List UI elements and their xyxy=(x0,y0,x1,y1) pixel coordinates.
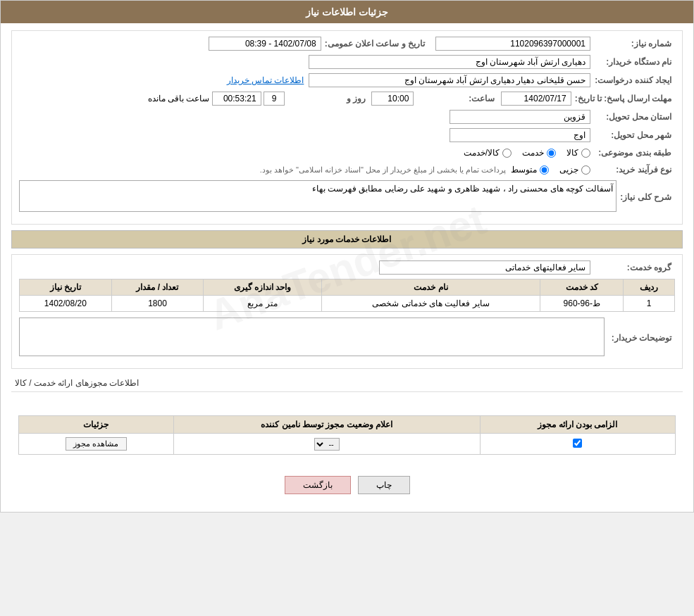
table-row: 1 ط-96-960 سایر فعالیت های خدماتی شخصی م… xyxy=(20,296,675,312)
response-time-label: ساعت: xyxy=(414,92,498,105)
purchase-type-note: پرداخت تمام یا بخشی از مبلغ خریدار از مح… xyxy=(260,165,507,175)
list-item: -- مشاهده مجوز xyxy=(19,434,676,455)
purchase-type-radio-motavasset[interactable] xyxy=(540,165,549,175)
main-content: AnaTender.net شماره نیاز: 11020963970000… xyxy=(1,23,693,512)
response-days-label: روز و xyxy=(285,92,369,105)
col-unit: واحد اندازه گیری xyxy=(204,279,321,296)
cell-code: ط-96-960 xyxy=(540,296,624,312)
category-radio-group: کالا خدمت کالا/خدمت xyxy=(464,148,590,158)
announce-date-label: تاریخ و ساعت اعلان عمومی: xyxy=(321,37,428,50)
purchase-type-radio-group: جزیی متوسط xyxy=(511,165,590,175)
category-label-kala: کالا xyxy=(566,148,578,158)
cell-permit-status: -- xyxy=(173,434,480,455)
creator-value: حسن قلیخانی دهیار دهیاری ارتش آباد شهرست… xyxy=(309,73,590,87)
print-button[interactable]: چاپ xyxy=(358,476,410,494)
footer-buttons: چاپ بازگشت xyxy=(11,465,683,505)
row-service-group: گروه خدمت: سایر فعالیتهای خدماتی xyxy=(19,260,675,275)
category-radio-kala[interactable] xyxy=(581,149,590,158)
row-creator: ایجاد کننده درخواست: حسن قلیخانی دهیار د… xyxy=(19,73,675,87)
cell-unit: متر مربع xyxy=(204,296,321,312)
services-table: ردیف کد خدمت نام خدمت واحد اندازه گیری ت… xyxy=(19,279,675,312)
purchase-type-option-jozi: جزیی xyxy=(559,165,590,175)
row-request-number: شماره نیاز: 1102096397000001 تاریخ و ساع… xyxy=(19,37,675,51)
row-response-deadline: مهلت ارسال پاسخ: تا تاریخ: 1402/07/17 سا… xyxy=(19,92,675,106)
row-city: شهر محل تحویل: اوج xyxy=(19,128,675,142)
buyer-notes-textarea[interactable] xyxy=(19,318,605,356)
response-remaining-label: ساعت باقی مانده xyxy=(148,94,210,103)
page-title: جزئیات اطلاعات نیاز xyxy=(1,1,693,23)
col-row: ردیف xyxy=(624,279,675,296)
service-group-label: گروه خدمت: xyxy=(590,261,675,274)
buyer-name-value: دهیاری ارتش آباد شهرستان اوج xyxy=(309,55,590,69)
service-group-value: سایر فعالیتهای خدماتی xyxy=(379,260,590,275)
col-permit-details: جزئیات xyxy=(19,416,174,434)
basic-info-section: شماره نیاز: 1102096397000001 تاریخ و ساع… xyxy=(11,30,683,225)
permit-required-checkbox[interactable] xyxy=(573,439,582,448)
row-purchase-type: نوع فرآیند خرید: جزیی متوسط پرداخت تمام … xyxy=(19,163,675,176)
row-buyer-name: نام دستگاه خریدار: دهیاری ارتش آباد شهرس… xyxy=(19,55,675,69)
show-permit-button[interactable]: مشاهده مجوز xyxy=(66,437,126,451)
col-permit-status: اعلام وضعیت مجوز توسط نامین کننده xyxy=(173,416,480,434)
row-province: استان محل تحویل: قزوین xyxy=(19,110,675,124)
province-label: استان محل تحویل: xyxy=(590,111,675,123)
purchase-type-radio-jozi[interactable] xyxy=(581,165,590,175)
row-description: شرح کلی نیاز: xyxy=(19,180,675,214)
permit-status-select[interactable]: -- xyxy=(314,438,340,451)
cell-date: 1402/08/20 xyxy=(20,296,112,312)
response-remaining: 00:53:21 xyxy=(212,92,261,106)
category-option-khedmat: خدمت xyxy=(522,148,556,158)
request-number-value: 1102096397000001 xyxy=(435,37,590,51)
purchase-type-option-motavasset: متوسط xyxy=(511,165,549,175)
request-number-label: شماره نیاز: xyxy=(590,37,675,50)
category-radio-kala-khedmat[interactable] xyxy=(502,149,512,158)
cell-permit-required xyxy=(480,434,675,455)
city-label: شهر محل تحویل: xyxy=(590,129,675,142)
col-service-code: کد خدمت xyxy=(540,279,624,296)
col-date: تاریخ نیاز xyxy=(20,279,112,296)
purchase-type-label-jozi: جزیی xyxy=(559,165,578,175)
cell-quantity: 1800 xyxy=(111,296,204,312)
contact-link[interactable]: اطلاعات تماس خریدار xyxy=(227,75,304,85)
col-quantity: تعداد / مقدار xyxy=(111,279,204,296)
description-label: شرح کلی نیاز: xyxy=(616,191,675,203)
row-category: طبقه بندی موضوعی: کالا خدمت کالا/خدمت xyxy=(19,146,675,159)
back-button[interactable]: بازگشت xyxy=(285,476,351,494)
purchase-type-label: نوع فرآیند خرید: xyxy=(590,163,675,176)
response-date: 1402/07/17 xyxy=(501,92,571,106)
permits-subtitle: اطلاعات مجوزهای ارائه خدمت / کالا xyxy=(11,375,683,392)
category-option-kala: کالا xyxy=(566,148,590,158)
category-option-kala-khedmat: کالا/خدمت xyxy=(464,148,512,158)
col-permit-required: الزامی بودن ارائه مجوز xyxy=(480,416,675,434)
permits-section: الزامی بودن ارائه مجوز اعلام وضعیت مجوز … xyxy=(11,398,683,465)
purchase-type-label-motavasset: متوسط xyxy=(511,165,537,175)
category-radio-khedmat[interactable] xyxy=(547,149,556,158)
category-label-kala-khedmat: کالا/خدمت xyxy=(464,148,500,158)
services-section-title: اطلاعات خدمات مورد نیاز xyxy=(11,230,683,249)
cell-name: سایر فعالیت های خدماتی شخصی xyxy=(321,296,540,312)
category-label-khedmat: خدمت xyxy=(522,148,544,158)
response-time: 10:00 xyxy=(371,92,414,106)
col-service-name: نام خدمت xyxy=(321,279,540,296)
page-wrapper: جزئیات اطلاعات نیاز AnaTender.net شماره … xyxy=(0,0,694,513)
announce-date-value: 1402/07/08 - 08:39 xyxy=(209,37,321,51)
cell-row: 1 xyxy=(624,296,675,312)
description-textarea[interactable] xyxy=(19,180,616,212)
city-value: اوج xyxy=(450,128,590,142)
buyer-notes-label: توضیحات خریدار: xyxy=(605,332,675,344)
permits-table: الزامی بودن ارائه مجوز اعلام وضعیت مجوز … xyxy=(18,415,676,455)
province-value: قزوین xyxy=(450,110,590,124)
row-buyer-notes: توضیحات خریدار: xyxy=(19,318,675,358)
response-days: 9 xyxy=(264,92,285,106)
buyer-name-label: نام دستگاه خریدار: xyxy=(590,56,675,68)
creator-label: ایجاد کننده درخواست: xyxy=(590,74,675,87)
services-section: گروه خدمت: سایر فعالیتهای خدماتی ردیف کد… xyxy=(11,254,683,369)
cell-permit-details: مشاهده مجوز xyxy=(19,434,174,455)
response-deadline-label: مهلت ارسال پاسخ: تا تاریخ: xyxy=(571,92,675,105)
category-label: طبقه بندی موضوعی: xyxy=(590,146,675,159)
